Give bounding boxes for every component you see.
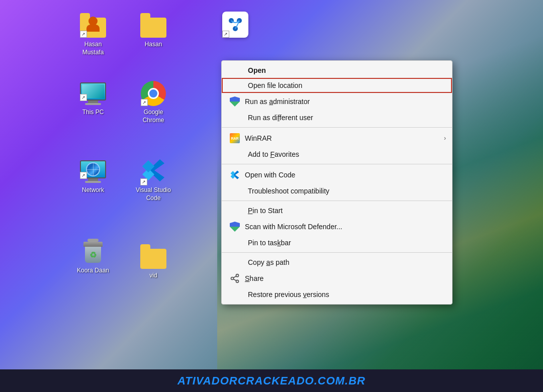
desktop-icon-vid[interactable]: vid: [128, 241, 178, 282]
menu-item-scan-defender[interactable]: Scan with Microsoft Defender...: [222, 218, 452, 235]
menu-item-share[interactable]: Share: [222, 270, 452, 287]
menu-run-admin-label: Run as administrator: [245, 97, 310, 106]
context-menu: Open Open file location Run as administr…: [221, 60, 452, 305]
menu-copy-path-label: Copy as path: [248, 258, 290, 266]
menu-share-label: Share: [245, 274, 263, 282]
desktop-icon-vscode[interactable]: ↗ Visual Studio Code: [128, 156, 178, 205]
winrar-submenu-arrow: ›: [444, 135, 446, 142]
menu-separator-4: [222, 252, 452, 253]
hasan-label: Hasan: [145, 41, 162, 49]
menu-troubleshoot-label: Troubleshoot compatibility: [248, 187, 329, 195]
shortcut-arrow-icon: ↗: [80, 31, 87, 38]
desktop-icon-app-shortcut[interactable]: ↗: [210, 9, 260, 42]
hasan-mustafa-label: Hasan Mustafa: [82, 41, 104, 56]
menu-winrar-label: WinRAR: [245, 134, 272, 142]
menu-pin-start-label: Pin to Start: [248, 207, 283, 215]
thispc-shortcut-icon: ↗: [80, 94, 87, 101]
desktop-icon-network[interactable]: ↗ Network: [68, 156, 118, 197]
menu-separator-3: [222, 201, 452, 201]
google-chrome-label: Google Chrome: [143, 109, 164, 124]
menu-item-open[interactable]: Open: [222, 63, 452, 78]
watermark-text: ATIVADORCRACKEADO.COM.BR: [177, 374, 366, 387]
winrar-icon: RAR: [230, 133, 240, 143]
menu-item-add-favorites[interactable]: Add to Favorites: [222, 147, 452, 162]
svg-point-12: [236, 280, 239, 282]
svg-line-13: [233, 279, 236, 280]
menu-item-run-as-admin[interactable]: Run as administrator: [222, 93, 452, 110]
menu-separator-1: [222, 127, 452, 128]
desktop-icon-hasan[interactable]: Hasan: [128, 10, 178, 51]
svg-marker-7: [233, 171, 239, 179]
vscode-label: Visual Studio Code: [136, 186, 171, 202]
desktop-icon-koora-daan[interactable]: ♻ Koora Daan: [68, 236, 118, 277]
vid-label: vid: [149, 272, 157, 280]
desktop-icon-this-pc[interactable]: ↗ This PC: [68, 78, 118, 119]
menu-run-different-label: Run as different user: [248, 114, 313, 122]
desktop-icon-hasan-mustafa[interactable]: ↗ Hasan Mustafa: [68, 10, 118, 59]
svg-marker-0: [148, 159, 164, 181]
menu-separator-2: [222, 164, 452, 164]
menu-item-pin-start[interactable]: Pin to Start: [222, 203, 452, 218]
app-shortcut-arrow-icon: ↗: [222, 31, 229, 38]
svg-point-10: [236, 274, 239, 277]
menu-scan-defender-label: Scan with Microsoft Defender...: [245, 223, 342, 231]
watermark-bar: ATIVADORCRACKEADO.COM.BR: [0, 369, 543, 392]
menu-restore-versions-label: Restore previous versions: [248, 290, 329, 299]
share-icon: [230, 273, 240, 283]
network-label: Network: [82, 186, 104, 194]
koora-daan-label: Koora Daan: [77, 267, 109, 275]
this-pc-label: This PC: [82, 109, 104, 117]
menu-pin-taskbar-label: Pin to taskbar: [248, 239, 291, 247]
shield-admin-icon: [230, 96, 240, 107]
vscode-shortcut-icon: ↗: [140, 178, 147, 185]
desktop-icon-google-chrome[interactable]: ↗ Google Chrome: [128, 78, 178, 127]
svg-line-14: [233, 276, 236, 277]
svg-point-11: [231, 277, 234, 280]
menu-item-winrar[interactable]: RAR WinRAR ›: [222, 130, 452, 147]
network-shortcut-icon: ↗: [80, 172, 87, 179]
menu-item-open-file-location[interactable]: Open file location: [222, 78, 452, 93]
vscode-menu-icon: [230, 170, 240, 180]
menu-item-copy-path[interactable]: Copy as path: [222, 255, 452, 270]
menu-item-run-different[interactable]: Run as different user: [222, 110, 452, 125]
chrome-shortcut-icon: ↗: [141, 99, 148, 106]
menu-item-restore-versions[interactable]: Restore previous versions: [222, 287, 452, 302]
defender-icon: [230, 222, 240, 232]
menu-item-troubleshoot[interactable]: Troubleshoot compatibility: [222, 183, 452, 199]
menu-open-file-location-label: Open file location: [248, 81, 302, 89]
menu-item-pin-taskbar[interactable]: Pin to taskbar: [222, 235, 452, 250]
menu-add-favorites-label: Add to Favorites: [248, 150, 299, 158]
menu-item-open-with-code[interactable]: Open with Code: [222, 166, 452, 183]
menu-open-label: Open: [248, 66, 266, 74]
menu-open-code-label: Open with Code: [245, 171, 295, 179]
